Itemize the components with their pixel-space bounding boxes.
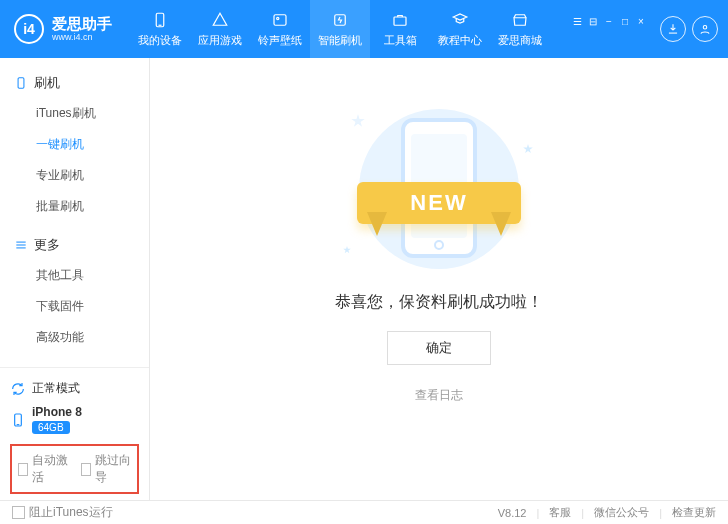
sidebar-item-itunes-flash[interactable]: iTunes刷机: [0, 98, 149, 129]
svg-rect-7: [18, 78, 24, 89]
flash-icon: [331, 11, 349, 29]
download-button[interactable]: [660, 16, 686, 42]
nav-label: 应用游戏: [198, 33, 242, 48]
device-name: iPhone 8: [32, 405, 82, 419]
checkbox-block-itunes[interactable]: 阻止iTunes运行: [12, 504, 113, 521]
sidebar-item-other-tools[interactable]: 其他工具: [0, 260, 149, 291]
window-lock-icon[interactable]: ⊟: [586, 14, 600, 28]
apps-icon: [211, 11, 229, 29]
window-maximize-icon[interactable]: □: [618, 14, 632, 28]
svg-point-3: [277, 17, 279, 19]
confirm-button[interactable]: 确定: [387, 331, 491, 365]
main-content: NEW 恭喜您，保资料刷机成功啦！ 确定 查看日志: [150, 58, 728, 500]
checkbox-auto-activate[interactable]: 自动激活: [18, 452, 69, 486]
device-mode[interactable]: 正常模式: [10, 376, 139, 401]
nav-label: 教程中心: [438, 33, 482, 48]
status-support[interactable]: 客服: [549, 505, 571, 520]
sidebar: 刷机 iTunes刷机 一键刷机 专业刷机 批量刷机 更多 其他工具 下载固件 …: [0, 58, 150, 500]
wallpaper-icon: [271, 11, 289, 29]
app-name: 爱思助手: [52, 16, 112, 32]
status-wechat[interactable]: 微信公众号: [594, 505, 649, 520]
storage-badge: 64GB: [32, 421, 70, 434]
phone-icon: [151, 11, 169, 29]
nav-tutorials[interactable]: 教程中心: [430, 0, 490, 58]
nav-label: 爱思商城: [498, 33, 542, 48]
nav-apps[interactable]: 应用游戏: [190, 0, 250, 58]
checkbox-skip-setup[interactable]: 跳过向导: [81, 452, 132, 486]
window-menu-icon[interactable]: ☰: [570, 14, 584, 28]
success-message: 恭喜您，保资料刷机成功啦！: [335, 292, 543, 313]
nav-label: 铃声壁纸: [258, 33, 302, 48]
sidebar-item-pro-flash[interactable]: 专业刷机: [0, 160, 149, 191]
mode-label: 正常模式: [32, 380, 80, 397]
options-highlight: 自动激活 跳过向导: [10, 444, 139, 494]
user-button[interactable]: [692, 16, 718, 42]
status-check-update[interactable]: 检查更新: [672, 505, 716, 520]
group-label: 更多: [34, 236, 60, 254]
nav-shop[interactable]: 爱思商城: [490, 0, 550, 58]
group-flash[interactable]: 刷机: [0, 68, 149, 98]
app-logo: i4 爱思助手 www.i4.cn: [14, 14, 112, 44]
toolbox-icon: [391, 11, 409, 29]
svg-rect-5: [394, 17, 406, 25]
more-icon: [14, 238, 28, 252]
nav-my-device[interactable]: 我的设备: [130, 0, 190, 58]
svg-rect-2: [274, 14, 286, 25]
group-more[interactable]: 更多: [0, 230, 149, 260]
top-nav: 我的设备 应用游戏 铃声壁纸 智能刷机 工具箱 教程中心 爱思商城: [130, 0, 550, 58]
sidebar-item-batch-flash[interactable]: 批量刷机: [0, 191, 149, 222]
refresh-icon: [10, 381, 26, 397]
shop-icon: [511, 11, 529, 29]
version-label: V8.12: [498, 507, 527, 519]
device-icon: [10, 412, 26, 428]
nav-label: 智能刷机: [318, 33, 362, 48]
device-info[interactable]: iPhone 8 64GB: [10, 401, 139, 438]
nav-label: 我的设备: [138, 33, 182, 48]
nav-toolbox[interactable]: 工具箱: [370, 0, 430, 58]
view-log-link[interactable]: 查看日志: [415, 387, 463, 404]
svg-point-6: [703, 26, 707, 30]
status-bar: 阻止iTunes运行 V8.12 | 客服 | 微信公众号 | 检查更新: [0, 500, 728, 524]
group-label: 刷机: [34, 74, 60, 92]
app-url: www.i4.cn: [52, 32, 112, 42]
tutorial-icon: [451, 11, 469, 29]
nav-flash[interactable]: 智能刷机: [310, 0, 370, 58]
logo-icon: i4: [14, 14, 44, 44]
sidebar-item-onekey-flash[interactable]: 一键刷机: [0, 129, 149, 160]
cb-label: 阻止iTunes运行: [29, 504, 113, 521]
sidebar-item-download-firmware[interactable]: 下载固件: [0, 291, 149, 322]
nav-label: 工具箱: [384, 33, 417, 48]
phone-outline-icon: [14, 76, 28, 90]
new-ribbon: NEW: [357, 182, 521, 224]
nav-wallpaper[interactable]: 铃声壁纸: [250, 0, 310, 58]
success-illustration: NEW: [349, 104, 529, 274]
cb-label: 自动激活: [32, 452, 68, 486]
window-close-icon[interactable]: ×: [634, 14, 648, 28]
sidebar-item-advanced[interactable]: 高级功能: [0, 322, 149, 353]
cb-label: 跳过向导: [95, 452, 131, 486]
window-minimize-icon[interactable]: −: [602, 14, 616, 28]
